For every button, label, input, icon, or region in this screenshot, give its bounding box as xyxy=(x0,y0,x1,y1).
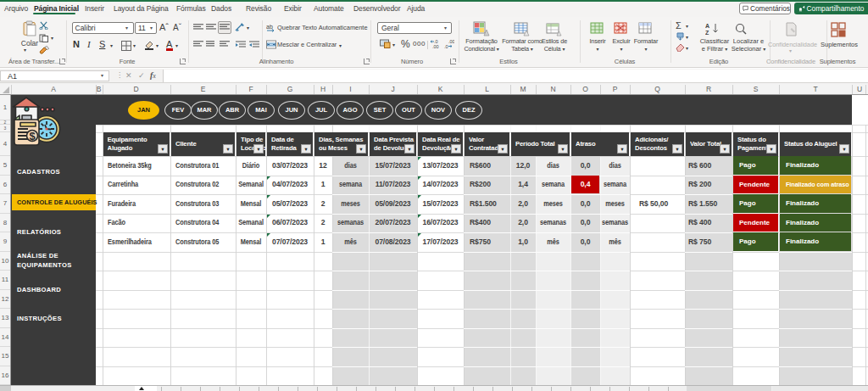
svg-text:$: $ xyxy=(29,130,36,142)
svg-text:.00: .00 xyxy=(448,39,454,44)
svg-text:.00: .00 xyxy=(432,44,439,49)
svg-text:A: A xyxy=(705,23,709,29)
svg-text:ab: ab xyxy=(266,24,273,30)
svg-text:Z: Z xyxy=(705,30,709,36)
svg-text:.0: .0 xyxy=(444,44,448,49)
